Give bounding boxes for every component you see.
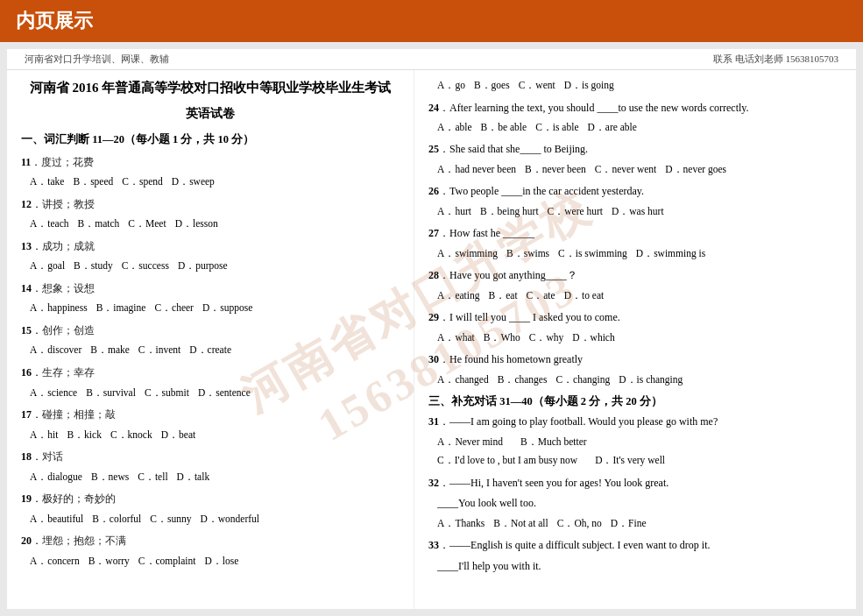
top-bar-right: 联系 电话刘老师 15638105703 xyxy=(713,53,838,66)
question-14: 14．想象；设想 A．happiness B．imagine C．cheer D… xyxy=(21,280,400,317)
question-15: 15．创作；创造 A．discover B．make C．invent D．cr… xyxy=(21,322,400,359)
question-12: 12．讲授；教授 A．teach B．match C．Meet D．lesson xyxy=(21,195,400,233)
question-29: 29．I will tell you ____ I asked you to c… xyxy=(428,308,842,346)
question-25: 25．She said that she____ to Beijing. A．h… xyxy=(428,140,842,178)
question-13: 13．成功；成就 A．goal B．study C．success D．purp… xyxy=(21,237,400,275)
header-title: 内页展示 xyxy=(16,8,93,34)
main-content: 河南省对口升学培训、网课、教辅 联系 电话刘老师 15638105703 河南省… xyxy=(7,49,856,609)
columns: 河南省 2016 年普通高等学校对口招收中等职业学校毕业生考试 英语试卷 一、词… xyxy=(7,70,856,609)
left-col: 河南省 2016 年普通高等学校对口招收中等职业学校毕业生考试 英语试卷 一、词… xyxy=(7,70,414,609)
question-33: 33．——English is quite a difficult subjec… xyxy=(428,536,842,575)
question-30: 30．He found his hometown greatly A．chang… xyxy=(428,350,842,388)
question-24: 24．After learning the text, you should _… xyxy=(428,99,842,137)
question-23-options: A．go B．goes C．went D．is going xyxy=(428,77,842,95)
doc-title: 河南省 2016 年普通高等学校对口招收中等职业学校毕业生考试 xyxy=(21,77,400,100)
question-26: 26．Two people ____in the car accident ye… xyxy=(428,182,842,220)
section1-title: 一、词汇判断 11—20（每小题 1 分，共 10 分） xyxy=(21,131,400,149)
question-28: 28．Have you got anything____？ A．eating B… xyxy=(428,266,842,304)
question-31: 31．——I am going to play football. Would … xyxy=(428,413,842,469)
question-19: 19．极好的；奇妙的 A．beautiful B．colorful C．sunn… xyxy=(21,490,400,527)
header-bar: 内页展示 xyxy=(0,0,863,42)
question-27: 27．How fast he ______ A．swimming B．swims… xyxy=(428,224,842,262)
right-col: A．go B．goes C．went D．is going 24．After l… xyxy=(414,70,856,609)
question-16: 16．生存；幸存 A．science B．survival C．submit D… xyxy=(21,364,400,401)
question-17: 17．碰撞；相撞；敲 A．hit B．kick C．knock D．beat xyxy=(21,406,400,443)
top-bar: 河南省对口升学培训、网课、教辅 联系 电话刘老师 15638105703 xyxy=(7,49,856,70)
question-20: 20．埋怨；抱怨；不满 A．concern B．worry C．complain… xyxy=(21,532,400,570)
question-11: 11．度过；花费 A．take B．speed C．spend D．sweep xyxy=(21,153,400,191)
doc-subtitle: 英语试卷 xyxy=(21,103,400,124)
section3-title: 三、补充对话 31—40（每小题 2 分，共 20 分） xyxy=(428,393,842,411)
top-bar-left: 河南省对口升学培训、网课、教辅 xyxy=(25,53,169,66)
question-18: 18．对话 A．dialogue B．news C．tell D．talk xyxy=(21,448,400,485)
question-32: 32．——Hi, I haven't seen you for ages! Yo… xyxy=(428,474,842,532)
